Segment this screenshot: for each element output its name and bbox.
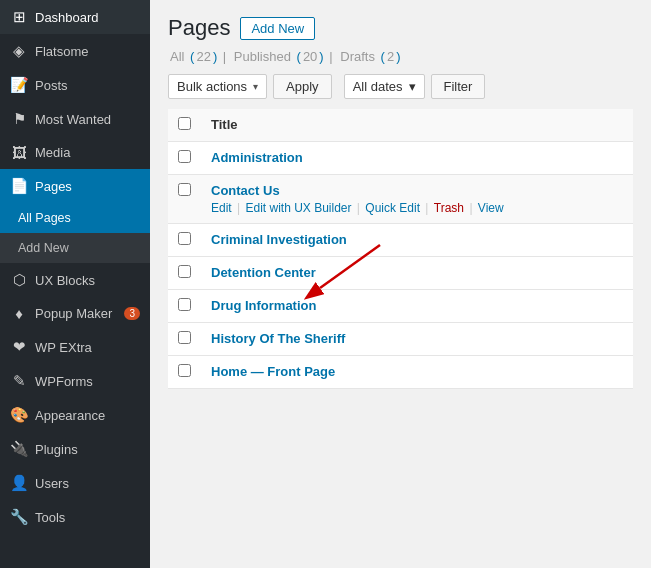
date-chevron-icon: ▾: [409, 79, 416, 94]
sidebar-item-wp-extra[interactable]: ❤ WP EXtra: [0, 330, 150, 364]
sidebar-item-dashboard[interactable]: ⊞ Dashboard: [0, 0, 150, 34]
plugins-icon: 🔌: [10, 440, 28, 458]
table-row: Home — Front PageEdit | Edit with UX Bui…: [168, 356, 633, 389]
date-filter-select[interactable]: All dates ▾: [344, 74, 425, 99]
dashboard-icon: ⊞: [10, 8, 28, 26]
row-action-trash[interactable]: Trash: [434, 201, 464, 215]
popup-maker-badge: 3: [124, 307, 140, 320]
table-row: Contact UsEdit | Edit with UX Builder | …: [168, 175, 633, 224]
sidebar-item-flatsome[interactable]: ◈ Flatsome: [0, 34, 150, 68]
filter-sep-2: |: [329, 49, 336, 64]
select-all-checkbox[interactable]: [178, 117, 191, 130]
row-action-edit-with-ux-builder[interactable]: Edit with UX Builder: [245, 201, 351, 215]
action-separator: |: [422, 201, 432, 215]
filter-published-link[interactable]: Published (20): [232, 49, 327, 64]
pages-submenu: All Pages Add New: [0, 203, 150, 263]
filter-links: All (22) | Published (20) | Drafts (2): [168, 49, 633, 64]
sidebar-item-tools[interactable]: 🔧 Tools: [0, 500, 150, 534]
most-wanted-icon: ⚑: [10, 110, 28, 128]
bulk-actions-row: Bulk actions ▾ Apply All dates ▾ Filter: [168, 74, 633, 99]
sidebar-item-label: Plugins: [35, 442, 78, 457]
sidebar-item-label: Tools: [35, 510, 65, 525]
select-all-col: [168, 109, 201, 142]
sidebar-item-media[interactable]: 🖼 Media: [0, 136, 150, 169]
row-checkbox[interactable]: [178, 232, 191, 245]
appearance-icon: 🎨: [10, 406, 28, 424]
sidebar-item-ux-blocks[interactable]: ⬡ UX Blocks: [0, 263, 150, 297]
page-title-link[interactable]: Criminal Investigation: [211, 232, 347, 247]
sidebar: ⊞ Dashboard ◈ Flatsome 📝 Posts ⚑ Most Wa…: [0, 0, 150, 568]
media-icon: 🖼: [10, 144, 28, 161]
sidebar-item-label: Most Wanted: [35, 112, 111, 127]
action-separator: |: [354, 201, 364, 215]
row-actions: Edit | Edit with UX Builder | Quick Edit…: [211, 201, 623, 215]
page-heading: Pages Add New: [168, 15, 633, 41]
sidebar-item-label: UX Blocks: [35, 273, 95, 288]
sidebar-item-label: Popup Maker: [35, 306, 112, 321]
sidebar-item-label: Appearance: [35, 408, 105, 423]
filter-all-link[interactable]: All (22): [168, 49, 221, 64]
action-separator: |: [466, 201, 476, 215]
ux-blocks-icon: ⬡: [10, 271, 28, 289]
action-separator: |: [234, 201, 244, 215]
popup-maker-icon: ♦: [10, 305, 28, 322]
row-checkbox[interactable]: [178, 364, 191, 377]
row-action-view[interactable]: View: [478, 201, 504, 215]
sidebar-item-label: Users: [35, 476, 69, 491]
sidebar-item-appearance[interactable]: 🎨 Appearance: [0, 398, 150, 432]
flatsome-icon: ◈: [10, 42, 28, 60]
page-title-link[interactable]: Administration: [211, 150, 303, 165]
sidebar-item-label: Dashboard: [35, 10, 99, 25]
wpforms-icon: ✎: [10, 372, 28, 390]
row-action-quick-edit[interactable]: Quick Edit: [365, 201, 420, 215]
sidebar-item-label: Posts: [35, 78, 68, 93]
sidebar-item-add-new[interactable]: Add New: [0, 233, 150, 263]
filter-drafts-link[interactable]: Drafts (2): [338, 49, 400, 64]
table-row: Detention CenterEdit | Edit with UX Buil…: [168, 257, 633, 290]
filter-button[interactable]: Filter: [431, 74, 486, 99]
page-title: Pages: [168, 15, 230, 41]
sidebar-item-users[interactable]: 👤 Users: [0, 466, 150, 500]
sidebar-item-pages[interactable]: 📄 Pages: [0, 169, 150, 203]
row-checkbox[interactable]: [178, 298, 191, 311]
page-title-link[interactable]: Contact Us: [211, 183, 280, 198]
row-action-edit[interactable]: Edit: [211, 201, 232, 215]
sidebar-item-all-pages[interactable]: All Pages: [0, 203, 150, 233]
table-row: AdministrationEdit | Edit with UX Builde…: [168, 142, 633, 175]
main-content: Pages Add New All (22) | Published (20) …: [150, 0, 651, 568]
page-title-link[interactable]: Home — Front Page: [211, 364, 335, 379]
page-title-link[interactable]: History Of The Sheriff: [211, 331, 345, 346]
pages-table: Title AdministrationEdit | Edit with UX …: [168, 109, 633, 389]
table-row: Criminal InvestigationEdit | Edit with U…: [168, 224, 633, 257]
row-checkbox[interactable]: [178, 150, 191, 163]
sidebar-item-label: WP EXtra: [35, 340, 92, 355]
page-title-link[interactable]: Detention Center: [211, 265, 316, 280]
row-checkbox[interactable]: [178, 265, 191, 278]
sidebar-item-popup-maker[interactable]: ♦ Popup Maker 3: [0, 297, 150, 330]
table-row: History Of The SheriffEdit | Edit with U…: [168, 323, 633, 356]
tools-icon: 🔧: [10, 508, 28, 526]
users-icon: 👤: [10, 474, 28, 492]
sidebar-item-posts[interactable]: 📝 Posts: [0, 68, 150, 102]
title-col-header: Title: [201, 109, 633, 142]
row-checkbox[interactable]: [178, 331, 191, 344]
add-new-label: Add New: [18, 241, 69, 255]
filter-sep-1: |: [223, 49, 230, 64]
date-filter-label: All dates: [353, 79, 403, 94]
sidebar-item-label: Pages: [35, 179, 72, 194]
table-header-row: Title: [168, 109, 633, 142]
sidebar-item-plugins[interactable]: 🔌 Plugins: [0, 432, 150, 466]
sidebar-item-most-wanted[interactable]: ⚑ Most Wanted: [0, 102, 150, 136]
add-new-button[interactable]: Add New: [240, 17, 315, 40]
bulk-actions-select[interactable]: Bulk actions ▾: [168, 74, 267, 99]
sidebar-item-label: Media: [35, 145, 70, 160]
row-checkbox[interactable]: [178, 183, 191, 196]
sidebar-item-label: WPForms: [35, 374, 93, 389]
page-title-link[interactable]: Drug Information: [211, 298, 316, 313]
table-row: Drug InformationEdit | Edit with UX Buil…: [168, 290, 633, 323]
sidebar-item-wpforms[interactable]: ✎ WPForms: [0, 364, 150, 398]
all-pages-label: All Pages: [18, 211, 71, 225]
bulk-actions-chevron-icon: ▾: [253, 81, 258, 92]
pages-icon: 📄: [10, 177, 28, 195]
apply-button[interactable]: Apply: [273, 74, 332, 99]
